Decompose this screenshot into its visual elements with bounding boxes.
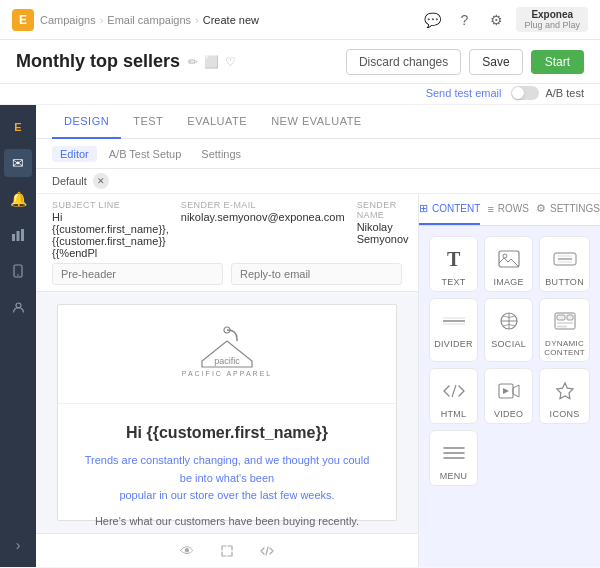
email-body-text2: Here's what our customers have been buyi…: [78, 513, 376, 531]
content-item-dynamic[interactable]: DYNAMIC CONTENT: [539, 298, 590, 362]
edit-title-icon[interactable]: ✏: [188, 55, 198, 69]
preheader-input[interactable]: [52, 263, 223, 285]
page-title-area: Monthly top sellers ✏ ⬜ ♡: [16, 51, 236, 72]
content-item-social[interactable]: SOCIAL: [484, 298, 533, 362]
sidebar-item-bell[interactable]: 🔔: [4, 185, 32, 213]
text-label: TEXT: [441, 277, 465, 287]
svg-text:pacific: pacific: [214, 356, 240, 366]
email-body: Hi {{customer.first_name}} Trends are co…: [58, 404, 396, 533]
breadcrumb-campaigns[interactable]: Campaigns: [40, 14, 96, 26]
sub-tab-editor[interactable]: Editor: [52, 146, 97, 162]
sidebar-item-mobile[interactable]: [4, 257, 32, 285]
content-item-button[interactable]: BUTTON: [539, 236, 590, 292]
settings-icon[interactable]: ⚙: [484, 8, 508, 32]
tab-design[interactable]: DESIGN: [52, 105, 121, 139]
tab-test[interactable]: TEST: [121, 105, 175, 139]
default-bar: Default ✕: [36, 169, 600, 194]
video-icon: [498, 377, 520, 405]
svg-rect-27: [557, 322, 573, 324]
content-item-text[interactable]: T TEXT: [429, 236, 478, 292]
email-body-text1: Trends are constantly changing, and we t…: [78, 452, 376, 505]
fields-bar: Subject line Hi {{customer.first_name}},…: [36, 194, 418, 292]
ab-test-toggle: A/B test: [511, 86, 584, 100]
panel-tab-rows[interactable]: ≡ ROWS: [480, 194, 536, 225]
sidebar: E ✉ 🔔 ›: [0, 105, 36, 567]
code-icon[interactable]: [255, 539, 279, 563]
panel-tab-settings[interactable]: ⚙ SETTINGS: [536, 194, 600, 225]
exponea-badge: Exponea Plug and Play: [516, 7, 588, 32]
default-label: Default: [52, 175, 87, 187]
main-layout: E ✉ 🔔 › DESIGN TEST EVALUATE NEW EVALUAT…: [0, 105, 600, 567]
panel-tab-content[interactable]: ⊞ CONTENT: [419, 194, 480, 225]
app-logo[interactable]: E: [12, 9, 34, 31]
sub-tab-ab-test[interactable]: A/B Test Setup: [101, 146, 190, 162]
tab-evaluate[interactable]: EVALUATE: [175, 105, 259, 139]
svg-rect-0: [12, 234, 15, 241]
topbar-right: 💬 ? ⚙ Exponea Plug and Play: [420, 7, 588, 32]
html-icon: [442, 377, 466, 405]
image-icon: [498, 245, 520, 273]
svg-point-13: [503, 254, 507, 258]
content-item-menu[interactable]: MENU: [429, 430, 478, 486]
default-badge[interactable]: ✕: [93, 173, 109, 189]
button-label: BUTTON: [545, 277, 584, 287]
fields-row-main: Subject line Hi {{customer.first_name}},…: [52, 200, 402, 259]
sender-email-label: Sender e-mail: [181, 200, 345, 210]
content-item-image[interactable]: IMAGE: [484, 236, 533, 292]
sender-name-value: Nikolay Semyonov: [357, 221, 409, 245]
breadcrumb-current: Create new: [203, 14, 259, 26]
breadcrumb: Campaigns › Email campaigns › Create new: [40, 14, 259, 26]
svg-rect-1: [17, 231, 20, 241]
sidebar-item-logo[interactable]: E: [4, 113, 32, 141]
preview-icon[interactable]: 👁: [175, 539, 199, 563]
send-test-link[interactable]: Send test email: [426, 87, 502, 99]
sender-name-group: Sender name Nikolay Semyonov: [357, 200, 409, 245]
icons-label: ICONS: [550, 409, 580, 419]
expand-icon[interactable]: [215, 539, 239, 563]
sidebar-item-email[interactable]: ✉: [4, 149, 32, 177]
email-greeting: Hi {{customer.first_name}}: [78, 424, 376, 442]
content-item-html[interactable]: HTML: [429, 368, 478, 424]
chat-icon[interactable]: 💬: [420, 8, 444, 32]
save-button[interactable]: Save: [469, 49, 522, 75]
svg-line-29: [452, 385, 456, 397]
reply-to-input[interactable]: [231, 263, 402, 285]
breadcrumb-sep1: ›: [100, 14, 104, 26]
subject-value: Hi {{customer.first_name}}, {{customer.f…: [52, 211, 169, 259]
help-icon[interactable]: ?: [452, 8, 476, 32]
page-title: Monthly top sellers: [16, 51, 180, 72]
menu-label: MENU: [440, 471, 468, 481]
divider-icon: [442, 307, 466, 335]
sub-tab-settings[interactable]: Settings: [193, 146, 249, 162]
content-item-video[interactable]: VIDEO: [484, 368, 533, 424]
discard-button[interactable]: Discard changes: [346, 49, 461, 75]
sidebar-item-arrow[interactable]: ›: [4, 531, 32, 559]
tab-new-evaluate[interactable]: NEW EVALUATE: [259, 105, 374, 139]
email-preview-wrapper: Subject line Hi {{customer.first_name}},…: [36, 194, 418, 567]
email-canvas-wrapper: PACIFIC APPAREL pacific Hi {{customer.fi…: [36, 292, 418, 533]
sub-tabs: Editor A/B Test Setup Settings: [36, 139, 600, 169]
tabs-bar: DESIGN TEST EVALUATE NEW EVALUATE: [36, 105, 600, 139]
ab-test-toggle-track[interactable]: [511, 86, 539, 100]
content-area: DESIGN TEST EVALUATE NEW EVALUATE Editor…: [36, 105, 600, 567]
dynamic-label: DYNAMIC CONTENT: [544, 339, 585, 357]
heart-icon[interactable]: ♡: [225, 55, 236, 69]
topbar: E Campaigns › Email campaigns › Create n…: [0, 0, 600, 40]
copy-icon[interactable]: ⬜: [204, 55, 219, 69]
content-item-divider[interactable]: DIVIDER: [429, 298, 478, 362]
rows-icon: ≡: [487, 203, 493, 215]
content-item-icons[interactable]: ICONS: [539, 368, 590, 424]
text-icon: T: [447, 245, 460, 273]
brand-logo: PACIFIC APPAREL pacific: [182, 325, 272, 380]
right-panel: ⊞ CONTENT ≡ ROWS ⚙ SETTINGS: [418, 194, 600, 567]
svg-rect-28: [557, 326, 567, 328]
sidebar-item-user[interactable]: [4, 293, 32, 321]
editor-area: Subject line Hi {{customer.first_name}},…: [36, 194, 600, 567]
panel-tabs: ⊞ CONTENT ≡ ROWS ⚙ SETTINGS: [419, 194, 600, 226]
social-icon: [499, 307, 519, 335]
breadcrumb-email-campaigns[interactable]: Email campaigns: [107, 14, 191, 26]
email-canvas: PACIFIC APPAREL pacific Hi {{customer.fi…: [57, 304, 397, 521]
start-button[interactable]: Start: [531, 50, 584, 74]
content-grid: T TEXT IMAGE: [429, 236, 590, 486]
sidebar-item-chart[interactable]: [4, 221, 32, 249]
